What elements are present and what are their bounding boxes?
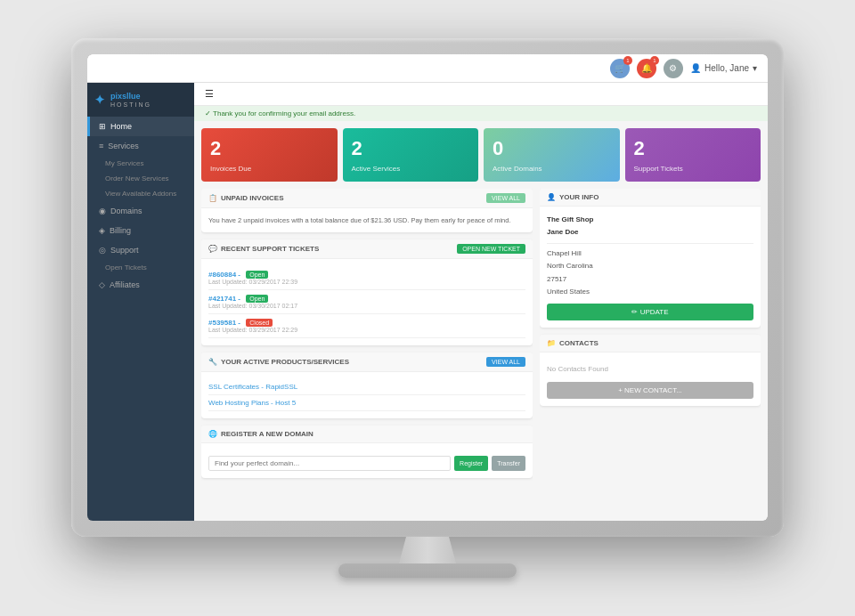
stat-label-tickets: Support Tickets (634, 165, 753, 173)
stat-number-invoices: 2 (210, 137, 329, 160)
ticket-status-1: Open (246, 271, 268, 279)
info-zip: 27517 (547, 273, 753, 286)
product-item-1: SSL Certificates - RapidSSL (208, 379, 525, 395)
domains-icon: ◉ (99, 207, 106, 215)
alerts-badge: 1 (650, 56, 659, 65)
settings-icon[interactable]: ⚙ (664, 59, 683, 78)
sidebar-sub-open-tickets[interactable]: Open Tickets (87, 260, 194, 275)
contacts-panel-header: 📁 CONTACTS (540, 335, 761, 353)
new-contact-button[interactable]: + NEW CONTACT... (547, 382, 753, 399)
stat-label-services: Active Services (352, 165, 470, 173)
domain-transfer-button[interactable]: Transfer (492, 456, 525, 471)
content-area: ☰ ✓ Thank you for confirming your email … (194, 83, 768, 521)
ticket-date-3: Last Updated: 03/29/2017 22:29 (208, 327, 525, 333)
invoices-view-all: VIEW ALL (486, 193, 525, 203)
left-column: 📋 UNPAID INVOICES VIEW ALL You have 2 un… (201, 189, 533, 514)
domain-register-button[interactable]: Register (454, 456, 488, 471)
home-icon: ⊞ (99, 122, 106, 131)
sidebar-sub-view-addons[interactable]: View Available Addons (87, 186, 194, 201)
ticket-item-1: #860884 - Open Last Updated: 03/29/2017 … (208, 266, 525, 290)
stat-number-tickets: 2 (634, 137, 753, 160)
stat-card-domains: 0 Active Domains (484, 128, 620, 182)
tickets-icon: 💬 (208, 245, 217, 253)
product-item-2: Web Hosting Plans - Host 5 (208, 395, 525, 411)
product-link-2[interactable]: Web Hosting Plans - Host 5 (208, 399, 296, 407)
your-info-body: The Gift Shop Jane Doe Chapel Hill North… (540, 207, 761, 328)
domain-search-input[interactable] (208, 456, 451, 471)
tickets-panel: 💬 RECENT SUPPORT TICKETS OPEN NEW TICKET (201, 239, 533, 345)
ticket-id-2[interactable]: #421741 - (208, 295, 240, 303)
invoices-panel: 📋 UNPAID INVOICES VIEW ALL You have 2 un… (201, 189, 533, 232)
sidebar-sub-my-services[interactable]: My Services (87, 156, 194, 171)
contacts-panel: 📁 CONTACTS No Contacts Found + NEW CONTA… (540, 335, 761, 406)
monitor-stand-base (338, 563, 517, 578)
stat-card-services: 2 Active Services (343, 128, 479, 182)
sidebar-sub-order-new[interactable]: Order New Services (87, 171, 194, 186)
contacts-panel-body: No Contacts Found + NEW CONTACT... (540, 353, 761, 406)
cart-icon[interactable]: 🛒 1 (610, 59, 630, 78)
support-icon: ◎ (99, 246, 106, 255)
domain-register-panel: 🌐 REGISTER A NEW DOMAIN Register Transf (201, 426, 533, 478)
tickets-panel-body: #860884 - Open Last Updated: 03/29/2017 … (201, 259, 533, 345)
stat-label-invoices: Invoices Due (210, 165, 329, 173)
affiliates-icon: ◇ (99, 280, 105, 289)
logo-icon: ✦ (94, 93, 105, 107)
product-link-1[interactable]: SSL Certificates - RapidSSL (208, 383, 297, 391)
stat-number-services: 2 (352, 137, 470, 160)
sidebar-item-billing[interactable]: ◈ Billing (87, 221, 194, 240)
domain-panel-body: Register Transfer (201, 443, 533, 478)
view-all-products-button[interactable]: VIEW ALL (486, 357, 525, 367)
ticket-status-2: Open (246, 295, 268, 303)
ticket-item-3: #539581 - Closed Last Updated: 03/29/201… (208, 314, 525, 338)
your-info-panel: 👤 YOUR INFO The Gift Shop Jane Doe (540, 189, 761, 328)
logo-name: pixsllue (110, 92, 151, 101)
products-panel-body: SSL Certificates - RapidSSL Web Hosting … (201, 372, 533, 418)
ticket-id-1[interactable]: #860884 - (208, 271, 240, 279)
tickets-open-new: OPEN NEW TICKET (457, 244, 525, 254)
sidebar-item-affiliates[interactable]: ◇ Affiliates (87, 275, 194, 295)
sidebar-item-services[interactable]: ≡ Services (87, 136, 194, 156)
monitor-bezel: 🛒 1 🔔 1 ⚙ 👤 Hello, Jane ▾ (87, 54, 768, 521)
your-info-header: 👤 YOUR INFO (540, 189, 761, 207)
alerts-icon[interactable]: 🔔 1 (637, 59, 656, 78)
ticket-id-3[interactable]: #539581 - (208, 319, 240, 327)
monitor-stand-neck (392, 537, 463, 563)
open-new-ticket-button[interactable]: OPEN NEW TICKET (457, 244, 525, 254)
content-scroll: 2 Invoices Due 2 Active Services 0 Activ… (194, 121, 768, 521)
stats-row: 2 Invoices Due 2 Active Services 0 Activ… (201, 128, 761, 182)
sidebar-item-support[interactable]: ◎ Support (87, 240, 194, 260)
sidebar: ✦ pixsllue HOSTING ⊞ Home ≡ Se (87, 83, 194, 521)
user-greeting: 👤 Hello, Jane ▾ (690, 63, 757, 73)
main-content: ✦ pixsllue HOSTING ⊞ Home ≡ Se (87, 83, 768, 521)
top-bar: 🛒 1 🔔 1 ⚙ 👤 Hello, Jane ▾ (87, 54, 768, 83)
stat-number-domains: 0 (493, 137, 611, 160)
cart-badge: 1 (623, 56, 632, 65)
stat-card-tickets: 2 Support Tickets (625, 128, 761, 182)
ticket-item-2: #421741 - Open Last Updated: 03/30/2017 … (208, 290, 525, 314)
domain-input-row: Register Transfer (208, 456, 525, 471)
contacts-folder-icon: 📁 (547, 339, 556, 347)
logo-subtitle: HOSTING (110, 101, 151, 108)
user-icon: 👤 (547, 193, 556, 201)
notification-bar: ✓ Thank you for confirming your email ad… (194, 106, 768, 121)
ticket-date-1: Last Updated: 03/29/2017 22:39 (208, 279, 525, 285)
domain-globe-icon: 🌐 (208, 430, 217, 438)
invoice-icon: 📋 (208, 194, 217, 202)
update-info-button[interactable]: ✏ UPDATE (547, 304, 753, 320)
sidebar-item-home[interactable]: ⊞ Home (87, 117, 194, 136)
sidebar-item-domains[interactable]: ◉ Domains (87, 201, 194, 221)
ticket-status-3: Closed (246, 319, 273, 327)
info-country: United States (547, 286, 753, 298)
stat-card-invoices: 2 Invoices Due (201, 128, 338, 182)
invoice-text: You have 2 unpaid invoices with a total … (208, 215, 525, 225)
info-state: North Carolina (547, 260, 753, 272)
stat-label-domains: Active Domains (493, 165, 611, 173)
products-panel-header: 🔧 YOUR ACTIVE PRODUCTS/SERVICES VIEW ALL (201, 353, 533, 372)
tickets-panel-header: 💬 RECENT SUPPORT TICKETS OPEN NEW TICKET (201, 239, 533, 259)
view-all-invoices-button[interactable]: VIEW ALL (486, 193, 525, 203)
products-view-all: VIEW ALL (486, 357, 525, 367)
monitor: 🛒 1 🔔 1 ⚙ 👤 Hello, Jane ▾ (71, 38, 784, 537)
invoices-panel-body: You have 2 unpaid invoices with a total … (201, 208, 533, 232)
invoices-panel-header: 📋 UNPAID INVOICES VIEW ALL (201, 189, 533, 208)
info-company: The Gift Shop (547, 214, 753, 226)
